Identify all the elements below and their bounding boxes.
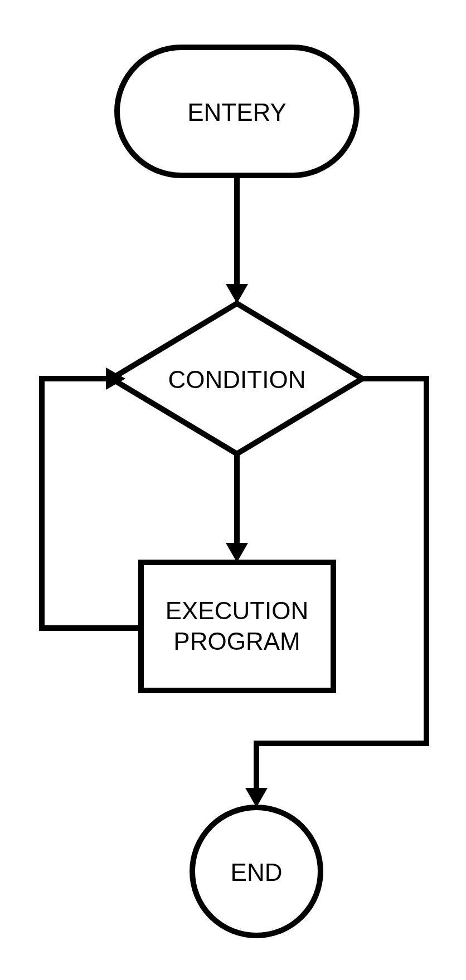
execution-label-line1: EXECUTION bbox=[166, 597, 309, 624]
edge-execution-loop-to-condition bbox=[42, 367, 141, 628]
execution-node: EXECUTION PROGRAM bbox=[141, 562, 333, 690]
condition-label: CONDITION bbox=[168, 366, 306, 393]
flowchart-diagram: ENTERY CONDITION EXECUTION PROGRAM END bbox=[0, 0, 466, 980]
edge-condition-to-execution bbox=[226, 454, 248, 562]
entry-node: ENTERY bbox=[117, 47, 357, 175]
end-node: END bbox=[192, 807, 321, 935]
edge-entry-to-condition bbox=[226, 175, 248, 303]
svg-rect-3 bbox=[141, 562, 333, 690]
entry-label: ENTERY bbox=[187, 99, 287, 126]
end-label: END bbox=[231, 859, 283, 886]
execution-label-line2: PROGRAM bbox=[173, 628, 300, 655]
condition-node: CONDITION bbox=[111, 303, 362, 454]
